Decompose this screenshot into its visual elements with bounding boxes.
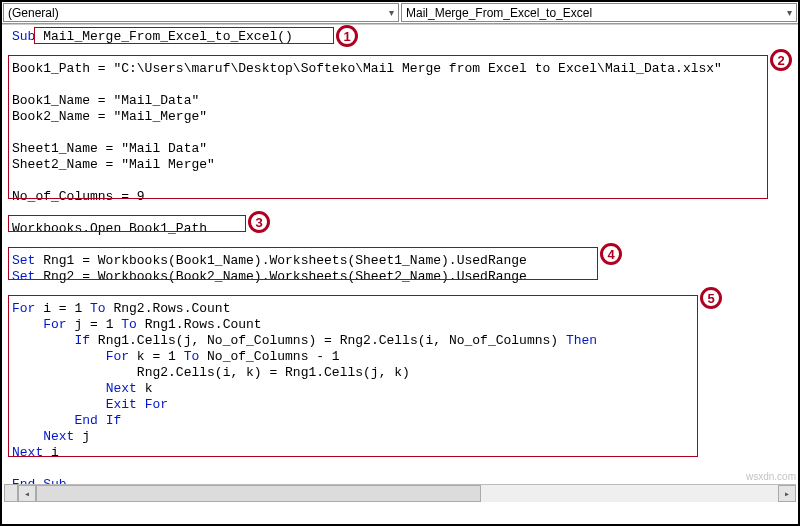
scroll-left-icon[interactable]: ◂	[18, 485, 36, 502]
object-dropdown-label: (General)	[8, 6, 59, 20]
editor-window: (General) ▾ Mail_Merge_From_Excel_to_Exc…	[0, 0, 800, 526]
code-pane[interactable]: Sub Mail_Merge_From_Excel_to_Excel() Boo…	[2, 24, 798, 504]
full-module-view-icon[interactable]	[4, 484, 18, 502]
procedure-dropdown-label: Mail_Merge_From_Excel_to_Excel	[406, 6, 592, 20]
scroll-track[interactable]	[36, 485, 778, 502]
procedure-dropdown[interactable]: Mail_Merge_From_Excel_to_Excel ▾	[401, 3, 797, 22]
view-mode-buttons[interactable]	[4, 484, 18, 502]
scroll-thumb[interactable]	[36, 485, 481, 502]
chevron-down-icon: ▾	[787, 7, 792, 18]
object-dropdown[interactable]: (General) ▾	[3, 3, 399, 22]
chevron-down-icon: ▾	[389, 7, 394, 18]
horizontal-scrollbar[interactable]: ◂ ▸	[18, 484, 796, 502]
watermark: wsxdn.com	[746, 471, 796, 482]
code-text: Sub Mail_Merge_From_Excel_to_Excel() Boo…	[6, 25, 798, 493]
top-bar: (General) ▾ Mail_Merge_From_Excel_to_Exc…	[2, 2, 798, 24]
scroll-right-icon[interactable]: ▸	[778, 485, 796, 502]
